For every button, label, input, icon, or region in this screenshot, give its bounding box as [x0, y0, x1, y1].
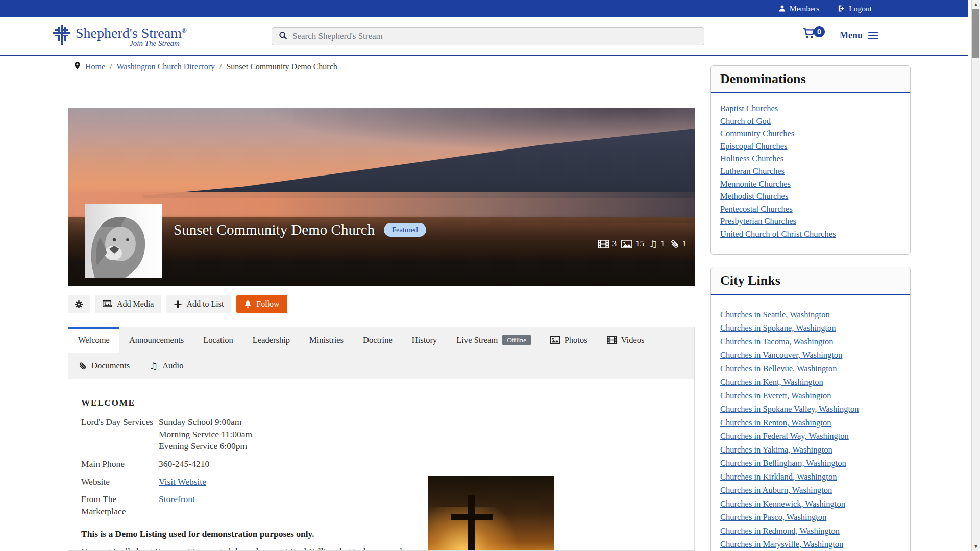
tab-announcements[interactable]: Announcements	[119, 327, 193, 353]
city-link[interactable]: Churches in Kent, Washington	[720, 375, 901, 389]
denomination-link[interactable]: Episcopal Churches	[720, 140, 901, 153]
info-value: Visit Website	[159, 476, 367, 488]
city-link[interactable]: Churches in Kennewick, Washington	[720, 497, 901, 511]
location-pin-icon	[74, 61, 81, 72]
logout-link[interactable]: Logout	[838, 4, 872, 13]
city-link[interactable]: Churches in Auburn, Washington	[720, 484, 901, 497]
tab-audio[interactable]: ♫ Audio	[139, 353, 193, 379]
city-link[interactable]: Churches in Federal Way, Washington	[720, 430, 901, 443]
tab-bar: Welcome Announcements Location Leadershi…	[68, 327, 694, 379]
denomination-link[interactable]: Church of God	[720, 115, 901, 128]
tab-history[interactable]: History	[402, 327, 447, 353]
members-link[interactable]: Members	[778, 4, 820, 13]
add-media-button[interactable]: Add Media	[95, 295, 161, 313]
audio-count[interactable]: ♫ 1	[649, 239, 665, 249]
registered-mark: ®	[182, 27, 187, 34]
city-link[interactable]: Churches in Redmond, Washington	[720, 524, 901, 538]
paperclip-icon	[670, 239, 679, 249]
menu-button[interactable]: Menu	[840, 30, 878, 41]
denomination-link[interactable]: United Church of Christ Churches	[720, 228, 901, 241]
city-link[interactable]: Churches in Seattle, Washington	[720, 308, 901, 322]
tab-doctrine[interactable]: Doctrine	[353, 327, 402, 353]
scrollbar-thumb[interactable]	[972, 9, 979, 58]
featured-badge: Featured	[384, 223, 426, 237]
listing-actions: Add Media Add to List Follow	[68, 295, 287, 313]
tab-photos[interactable]: Photos	[541, 327, 597, 353]
add-media-label: Add Media	[117, 299, 154, 309]
cross-sunrise-photo	[428, 476, 554, 551]
paperclip-icon	[78, 362, 87, 370]
demo-notice: This is a Demo Listing used for demonstr…	[81, 529, 681, 539]
tab-live-stream[interactable]: Live Stream Offline	[447, 327, 540, 353]
breadcrumb-current: Sunset Community Demo Church	[226, 62, 337, 71]
denominations-list: Baptist ChurchesChurch of GodCommunity C…	[711, 93, 910, 254]
top-utility-bar: Members Logout	[0, 0, 968, 17]
breadcrumb: Home / Washington Church Directory / Sun…	[74, 61, 337, 72]
city-links-list: Churches in Seattle, WashingtonChurches …	[711, 295, 910, 551]
denomination-link[interactable]: Community Churches	[720, 128, 901, 140]
breadcrumb-directory-link[interactable]: Washington Church Directory	[117, 62, 215, 71]
church-banner: Sunset Community Demo Church Featured 3 …	[68, 108, 695, 286]
city-link[interactable]: Churches in Vancouver, Washington	[720, 348, 901, 362]
scroll-up-arrow-icon[interactable]: ▲	[972, 0, 980, 9]
denomination-link[interactable]: Presbyterian Churches	[720, 215, 901, 228]
members-label: Members	[790, 4, 820, 13]
denomination-link[interactable]: Baptist Churches	[720, 103, 901, 115]
music-note-icon: ♫	[649, 239, 657, 249]
cart-button[interactable]: 0	[802, 27, 825, 41]
info-label: Lord's Day Services	[81, 416, 159, 453]
add-to-list-label: Add to List	[186, 299, 224, 309]
city-link[interactable]: Churches in Renton, Washington	[720, 416, 901, 430]
page-scrollbar[interactable]: ▲ ▼	[971, 0, 980, 551]
city-link[interactable]: Churches in Bellevue, Washington	[720, 362, 901, 376]
breadcrumb-separator: /	[110, 62, 112, 71]
logo-title: Shepherd's Stream®	[76, 23, 187, 41]
city-link[interactable]: Churches in Spokane, Washington	[720, 321, 901, 335]
menu-label: Menu	[840, 30, 863, 41]
city-link[interactable]: Churches in Yakima, Washington	[720, 443, 901, 457]
breadcrumb-home-link[interactable]: Home	[85, 62, 105, 71]
videos-count[interactable]: 3	[598, 239, 617, 249]
city-link[interactable]: Churches in Bellingham, Washington	[720, 457, 901, 470]
denomination-link[interactable]: Lutheran Churches	[720, 165, 901, 178]
denomination-link[interactable]: Holiness Churches	[720, 153, 901, 165]
site-logo[interactable]: Shepherd's Stream® Join The Stream	[51, 23, 187, 48]
info-value: Sunday School 9:00am Morning Service 11:…	[159, 416, 367, 453]
person-icon	[778, 5, 786, 12]
tab-ministries[interactable]: Ministries	[300, 327, 353, 353]
logout-label: Logout	[849, 4, 872, 13]
info-value: Storefront	[159, 493, 367, 517]
city-link[interactable]: Churches in Tacoma, Washington	[720, 335, 901, 349]
city-link[interactable]: Churches in Marysville, Washington	[720, 538, 901, 551]
tab-location[interactable]: Location	[193, 327, 243, 353]
storefront-link[interactable]: Storefront	[159, 494, 195, 504]
offline-badge: Offline	[502, 335, 530, 345]
city-link[interactable]: Churches in Kirkland, Washington	[720, 470, 901, 484]
scroll-down-arrow-icon[interactable]: ▼	[972, 542, 980, 551]
tab-documents[interactable]: Documents	[68, 353, 139, 379]
settings-button[interactable]	[68, 295, 90, 313]
city-link[interactable]: Churches in Spokane Valley, Washington	[720, 403, 901, 416]
follow-button[interactable]: Follow	[236, 295, 287, 313]
add-to-list-button[interactable]: Add to List	[166, 295, 231, 313]
church-title: Sunset Community Demo Church	[174, 221, 375, 238]
film-icon	[598, 240, 609, 248]
tab-videos[interactable]: Videos	[597, 327, 654, 353]
media-stats: 3 15 ♫ 1 1	[598, 239, 687, 249]
search-input[interactable]	[292, 31, 697, 41]
denomination-link[interactable]: Mennonite Churches	[720, 178, 901, 191]
tab-leadership[interactable]: Leadership	[243, 327, 300, 353]
denominations-title: Denominations	[711, 66, 910, 93]
plus-icon	[174, 300, 182, 308]
church-avatar	[85, 204, 162, 278]
add-media-icon	[103, 300, 112, 308]
film-icon	[607, 336, 617, 344]
photos-count[interactable]: 15	[621, 239, 644, 249]
denomination-link[interactable]: Methodist Churches	[720, 190, 901, 203]
visit-website-link[interactable]: Visit Website	[159, 477, 206, 487]
documents-count[interactable]: 1	[670, 239, 687, 249]
city-link[interactable]: Churches in Everett, Washington	[720, 389, 901, 403]
city-link[interactable]: Churches in Pasco, Washington	[720, 511, 901, 524]
denomination-link[interactable]: Pentecostal Churches	[720, 203, 901, 216]
tab-welcome[interactable]: Welcome	[68, 327, 119, 353]
